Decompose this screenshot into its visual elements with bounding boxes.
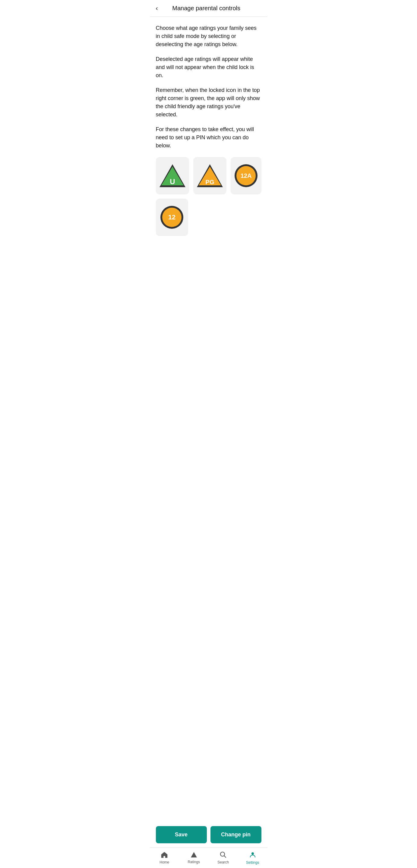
rating-12-icon: 12 [160, 205, 184, 229]
back-button[interactable]: ‹ [156, 5, 158, 12]
description-1: Choose what age ratings your family sees… [156, 24, 261, 49]
description-4: For these changes to take effect, you wi… [156, 125, 261, 150]
rating-card-U[interactable]: U [156, 157, 189, 194]
ratings-grid-row1: U PG 12A [156, 157, 261, 194]
main-content: Choose what age ratings your family sees… [150, 17, 267, 272]
svg-text:U: U [170, 178, 175, 186]
svg-text:12A: 12A [240, 173, 251, 179]
header: ‹ Manage parental controls [150, 0, 267, 17]
svg-text:12: 12 [168, 213, 176, 221]
rating-PG-icon: PG [196, 164, 224, 188]
page-title: Manage parental controls [161, 5, 251, 12]
description-3: Remember, when the locked icon in the to… [156, 86, 261, 119]
rating-card-12A[interactable]: 12A [231, 157, 261, 194]
ratings-grid-row2: 12 [156, 198, 261, 236]
description-2: Deselected age ratings will appear white… [156, 55, 261, 80]
rating-card-PG[interactable]: PG [193, 157, 227, 194]
rating-12A-icon: 12A [234, 164, 258, 188]
rating-U-icon: U [159, 164, 186, 188]
svg-text:PG: PG [205, 179, 214, 185]
rating-card-12[interactable]: 12 [156, 198, 188, 236]
